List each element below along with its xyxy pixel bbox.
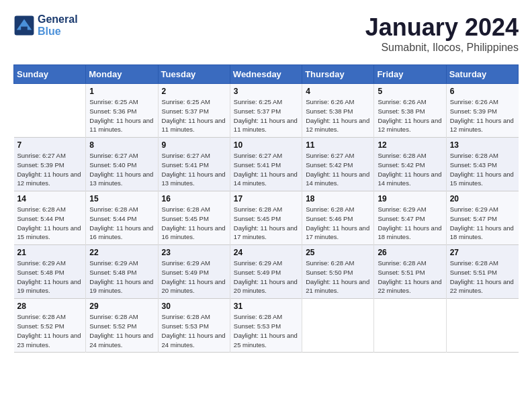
day-info: Sunrise: 6:27 AMSunset: 5:40 PMDaylight:… bbox=[89, 151, 154, 188]
day-number: 7 bbox=[17, 140, 83, 150]
calendar-day-cell: 5Sunrise: 6:26 AMSunset: 5:38 PMDaylight… bbox=[374, 84, 446, 138]
calendar-day-cell: 2Sunrise: 6:25 AMSunset: 5:37 PMDaylight… bbox=[158, 84, 230, 138]
day-number: 30 bbox=[162, 302, 226, 311]
calendar-day-cell: 19Sunrise: 6:29 AMSunset: 5:47 PMDayligh… bbox=[374, 191, 446, 245]
day-info: Sunrise: 6:25 AMSunset: 5:37 PMDaylight:… bbox=[162, 97, 226, 134]
day-info: Sunrise: 6:27 AMSunset: 5:42 PMDaylight:… bbox=[306, 151, 370, 188]
calendar-week-row: 1Sunrise: 6:25 AMSunset: 5:36 PMDaylight… bbox=[14, 84, 519, 138]
day-info: Sunrise: 6:28 AMSunset: 5:44 PMDaylight:… bbox=[89, 205, 154, 242]
calendar-day-cell: 31Sunrise: 6:28 AMSunset: 5:53 PMDayligh… bbox=[230, 299, 302, 353]
day-number: 3 bbox=[234, 87, 298, 96]
day-number: 10 bbox=[234, 140, 298, 150]
day-info: Sunrise: 6:28 AMSunset: 5:52 PMDaylight:… bbox=[89, 312, 154, 349]
svg-rect-2 bbox=[21, 27, 28, 31]
logo-icon bbox=[13, 15, 35, 36]
day-info: Sunrise: 6:26 AMSunset: 5:38 PMDaylight:… bbox=[306, 97, 370, 134]
calendar-day-cell: 10Sunrise: 6:27 AMSunset: 5:41 PMDayligh… bbox=[230, 138, 302, 191]
calendar-day-cell: 15Sunrise: 6:28 AMSunset: 5:44 PMDayligh… bbox=[86, 191, 158, 245]
calendar-day-cell: 7Sunrise: 6:27 AMSunset: 5:39 PMDaylight… bbox=[14, 138, 86, 191]
weekday-header: Saturday bbox=[446, 65, 518, 84]
day-number: 24 bbox=[234, 248, 298, 257]
calendar-day-cell: 9Sunrise: 6:27 AMSunset: 5:41 PMDaylight… bbox=[158, 138, 230, 191]
day-info: Sunrise: 6:29 AMSunset: 5:48 PMDaylight:… bbox=[89, 259, 154, 295]
day-number: 25 bbox=[306, 248, 370, 257]
calendar-day-cell: 18Sunrise: 6:28 AMSunset: 5:46 PMDayligh… bbox=[302, 191, 374, 245]
calendar-day-cell: 11Sunrise: 6:27 AMSunset: 5:42 PMDayligh… bbox=[302, 138, 374, 191]
day-info: Sunrise: 6:25 AMSunset: 5:36 PMDaylight:… bbox=[89, 97, 154, 134]
calendar-week-row: 21Sunrise: 6:29 AMSunset: 5:48 PMDayligh… bbox=[14, 245, 519, 299]
day-info: Sunrise: 6:28 AMSunset: 5:45 PMDaylight:… bbox=[234, 205, 298, 242]
calendar-day-cell: 23Sunrise: 6:29 AMSunset: 5:49 PMDayligh… bbox=[158, 245, 230, 299]
day-number: 13 bbox=[450, 140, 515, 150]
weekday-header: Tuesday bbox=[158, 65, 230, 84]
calendar-day-cell: 14Sunrise: 6:28 AMSunset: 5:44 PMDayligh… bbox=[14, 191, 86, 245]
calendar-body: 1Sunrise: 6:25 AMSunset: 5:36 PMDaylight… bbox=[14, 84, 519, 353]
day-info: Sunrise: 6:28 AMSunset: 5:44 PMDaylight:… bbox=[17, 205, 83, 242]
day-info: Sunrise: 6:27 AMSunset: 5:41 PMDaylight:… bbox=[162, 151, 226, 188]
day-info: Sunrise: 6:28 AMSunset: 5:43 PMDaylight:… bbox=[450, 151, 515, 188]
calendar-week-row: 14Sunrise: 6:28 AMSunset: 5:44 PMDayligh… bbox=[14, 191, 519, 245]
weekday-header: Wednesday bbox=[230, 65, 302, 84]
weekday-header: Monday bbox=[86, 65, 158, 84]
day-info: Sunrise: 6:28 AMSunset: 5:45 PMDaylight:… bbox=[162, 205, 226, 242]
calendar-day-cell: 6Sunrise: 6:26 AMSunset: 5:39 PMDaylight… bbox=[446, 84, 518, 138]
calendar-day-cell: 20Sunrise: 6:29 AMSunset: 5:47 PMDayligh… bbox=[446, 191, 518, 245]
day-info: Sunrise: 6:25 AMSunset: 5:37 PMDaylight:… bbox=[234, 97, 298, 134]
day-info: Sunrise: 6:26 AMSunset: 5:39 PMDaylight:… bbox=[450, 97, 515, 134]
calendar-day-cell bbox=[302, 299, 374, 353]
day-number: 17 bbox=[234, 194, 298, 203]
calendar-day-cell: 25Sunrise: 6:28 AMSunset: 5:50 PMDayligh… bbox=[302, 245, 374, 299]
calendar-week-row: 7Sunrise: 6:27 AMSunset: 5:39 PMDaylight… bbox=[14, 138, 519, 191]
location: Sumabnit, Ilocos, Philippines bbox=[365, 42, 519, 54]
day-number: 9 bbox=[162, 140, 226, 150]
day-info: Sunrise: 6:29 AMSunset: 5:47 PMDaylight:… bbox=[450, 205, 515, 242]
calendar-day-cell: 26Sunrise: 6:28 AMSunset: 5:51 PMDayligh… bbox=[374, 245, 446, 299]
calendar-day-cell bbox=[374, 299, 446, 353]
day-number: 23 bbox=[162, 248, 226, 257]
day-info: Sunrise: 6:28 AMSunset: 5:53 PMDaylight:… bbox=[162, 312, 226, 349]
calendar-day-cell: 13Sunrise: 6:28 AMSunset: 5:43 PMDayligh… bbox=[446, 138, 518, 191]
day-number: 18 bbox=[306, 194, 370, 203]
page-header: General Blue January 2024 Sumabnit, Iloc… bbox=[13, 13, 519, 54]
calendar-day-cell bbox=[446, 299, 518, 353]
day-info: Sunrise: 6:28 AMSunset: 5:51 PMDaylight:… bbox=[450, 259, 515, 295]
logo-text: General Blue bbox=[38, 13, 78, 38]
day-number: 22 bbox=[89, 248, 154, 257]
day-number: 8 bbox=[89, 140, 154, 150]
day-number: 6 bbox=[450, 87, 515, 96]
calendar-day-cell: 30Sunrise: 6:28 AMSunset: 5:53 PMDayligh… bbox=[158, 299, 230, 353]
calendar-day-cell: 29Sunrise: 6:28 AMSunset: 5:52 PMDayligh… bbox=[86, 299, 158, 353]
day-number: 27 bbox=[450, 248, 515, 257]
weekday-header: Thursday bbox=[302, 65, 374, 84]
day-info: Sunrise: 6:29 AMSunset: 5:47 PMDaylight:… bbox=[378, 205, 442, 242]
day-number: 31 bbox=[234, 302, 298, 311]
month-year: January 2024 bbox=[365, 13, 519, 42]
calendar-day-cell: 3Sunrise: 6:25 AMSunset: 5:37 PMDaylight… bbox=[230, 84, 302, 138]
day-info: Sunrise: 6:27 AMSunset: 5:39 PMDaylight:… bbox=[17, 151, 83, 188]
calendar-day-cell: 24Sunrise: 6:29 AMSunset: 5:49 PMDayligh… bbox=[230, 245, 302, 299]
day-number: 20 bbox=[450, 194, 515, 203]
day-number: 15 bbox=[89, 194, 154, 203]
day-info: Sunrise: 6:29 AMSunset: 5:48 PMDaylight:… bbox=[17, 259, 83, 295]
calendar-day-cell: 16Sunrise: 6:28 AMSunset: 5:45 PMDayligh… bbox=[158, 191, 230, 245]
calendar-header: SundayMondayTuesdayWednesdayThursdayFrid… bbox=[14, 65, 519, 84]
calendar-day-cell: 27Sunrise: 6:28 AMSunset: 5:51 PMDayligh… bbox=[446, 245, 518, 299]
day-info: Sunrise: 6:28 AMSunset: 5:50 PMDaylight:… bbox=[306, 259, 370, 295]
day-number: 4 bbox=[306, 87, 370, 96]
calendar-day-cell: 8Sunrise: 6:27 AMSunset: 5:40 PMDaylight… bbox=[86, 138, 158, 191]
weekday-header: Sunday bbox=[14, 65, 86, 84]
weekday-header: Friday bbox=[374, 65, 446, 84]
day-number: 2 bbox=[162, 87, 226, 96]
day-info: Sunrise: 6:27 AMSunset: 5:41 PMDaylight:… bbox=[234, 151, 298, 188]
day-info: Sunrise: 6:26 AMSunset: 5:38 PMDaylight:… bbox=[378, 97, 442, 134]
day-info: Sunrise: 6:28 AMSunset: 5:53 PMDaylight:… bbox=[234, 312, 298, 349]
calendar-day-cell: 4Sunrise: 6:26 AMSunset: 5:38 PMDaylight… bbox=[302, 84, 374, 138]
day-number: 14 bbox=[17, 194, 83, 203]
calendar-day-cell: 17Sunrise: 6:28 AMSunset: 5:45 PMDayligh… bbox=[230, 191, 302, 245]
day-info: Sunrise: 6:28 AMSunset: 5:51 PMDaylight:… bbox=[378, 259, 442, 295]
day-number: 29 bbox=[89, 302, 154, 311]
day-number: 12 bbox=[378, 140, 442, 150]
calendar-day-cell: 21Sunrise: 6:29 AMSunset: 5:48 PMDayligh… bbox=[14, 245, 86, 299]
day-number: 19 bbox=[378, 194, 442, 203]
day-info: Sunrise: 6:28 AMSunset: 5:42 PMDaylight:… bbox=[378, 151, 442, 188]
